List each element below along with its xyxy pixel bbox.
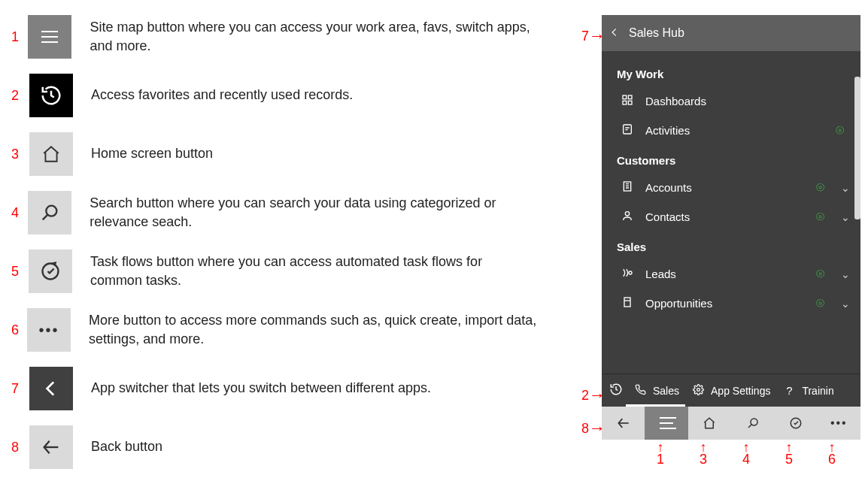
nav-label: Leads bbox=[645, 268, 806, 280]
legend-row: 5 Task flows button where you can access… bbox=[11, 250, 538, 293]
nav-label: Dashboards bbox=[645, 95, 850, 107]
callout-2: 2→ bbox=[581, 386, 605, 405]
accounts-icon bbox=[620, 180, 635, 195]
nav-item-leads[interactable]: Leads ⦾ ⌄ bbox=[602, 259, 860, 289]
legend-desc: Home screen button bbox=[91, 144, 213, 163]
app-switcher-header[interactable]: Sales Hub bbox=[602, 15, 860, 51]
area-item-appsettings[interactable]: App Settings bbox=[687, 384, 773, 398]
legend-row: 4 Search button where you can search you… bbox=[11, 191, 538, 234]
callout-1: ↑1 bbox=[657, 443, 664, 467]
callout-number: 5 bbox=[785, 452, 793, 467]
svg-point-14 bbox=[697, 388, 700, 391]
offline-icon: ⦾ bbox=[816, 181, 824, 194]
callout-number: 8 bbox=[581, 421, 589, 437]
search-icon bbox=[746, 416, 760, 430]
area-label: Sales bbox=[653, 385, 679, 397]
offline-icon: ⦾ bbox=[836, 124, 844, 137]
home-icon bbox=[703, 416, 716, 430]
chevron-down-icon[interactable]: ⌄ bbox=[841, 268, 850, 280]
legend-row: 8 Back button bbox=[11, 425, 538, 469]
legend-number: 2 bbox=[11, 88, 22, 104]
opportunities-icon bbox=[620, 296, 635, 310]
chevron-down-icon[interactable]: ⌄ bbox=[841, 182, 850, 194]
search-button[interactable] bbox=[731, 407, 774, 440]
arrow-up-icon: ↑ bbox=[785, 443, 793, 452]
phone-icon bbox=[632, 384, 648, 398]
legend-desc: Access favorites and recently used recor… bbox=[91, 86, 353, 104]
back-button[interactable] bbox=[602, 407, 645, 440]
area-item-sales[interactable]: Sales bbox=[629, 384, 682, 398]
recent-tile bbox=[29, 74, 73, 117]
area-item-training[interactable]: ? Trainin bbox=[778, 384, 836, 397]
legend-panel: 1 Site map button where you can access y… bbox=[11, 15, 538, 484]
bottom-nav-bar: ••• bbox=[602, 407, 860, 440]
scrollbar[interactable] bbox=[854, 77, 860, 219]
recent-icon[interactable] bbox=[608, 383, 624, 398]
section-title-mywork: My Work bbox=[602, 59, 860, 86]
chevron-down-icon[interactable]: ⌄ bbox=[841, 298, 850, 310]
nav-scroll-area: My Work Dashboards Activities ⦾ Customer… bbox=[602, 51, 860, 374]
arrow-up-icon: ↑ bbox=[742, 443, 750, 452]
svg-line-17 bbox=[748, 425, 752, 428]
taskflow-tile bbox=[29, 250, 72, 293]
callout-6: ↑6 bbox=[828, 443, 836, 467]
legend-row: 7 App switcher that lets you switch betw… bbox=[11, 367, 538, 410]
appswitch-tile bbox=[29, 367, 73, 410]
legend-desc: Task flows button where you can access a… bbox=[90, 253, 538, 290]
legend-number: 5 bbox=[11, 264, 21, 280]
back-tile bbox=[29, 425, 73, 469]
home-button[interactable] bbox=[688, 407, 731, 440]
nav-item-opportunities[interactable]: Opportunities ⦾ ⌄ bbox=[602, 289, 860, 318]
nav-item-activities[interactable]: Activities ⦾ bbox=[602, 116, 860, 145]
nav-item-dashboards[interactable]: Dashboards bbox=[602, 86, 860, 116]
callout-number: 1 bbox=[657, 452, 664, 467]
search-tile bbox=[28, 191, 71, 234]
legend-row: 1 Site map button where you can access y… bbox=[11, 15, 538, 59]
chevron-left-icon bbox=[609, 26, 620, 41]
bottom-callouts: ↑1 ↑3 ↑4 ↑5 ↑6 bbox=[642, 443, 867, 473]
sitemap-tile bbox=[28, 15, 71, 59]
legend-number: 7 bbox=[11, 381, 22, 397]
nav-item-accounts[interactable]: Accounts ⦾ ⌄ bbox=[602, 173, 860, 202]
section-title-customers: Customers bbox=[602, 145, 860, 173]
legend-desc: Back button bbox=[91, 437, 162, 456]
nav-item-contacts[interactable]: Contacts ⦾ ⌄ bbox=[602, 202, 860, 231]
svg-rect-12 bbox=[624, 298, 630, 307]
home-tile bbox=[29, 132, 73, 176]
recent-icon bbox=[40, 84, 62, 107]
taskflow-button[interactable] bbox=[774, 407, 817, 440]
arrow-right-icon: → bbox=[589, 419, 605, 438]
section-title-sales: Sales bbox=[602, 231, 860, 259]
legend-number: 8 bbox=[11, 440, 22, 455]
legend-row: 6 ••• More button to access more command… bbox=[11, 308, 538, 352]
activities-icon bbox=[620, 123, 635, 138]
legend-number: 3 bbox=[11, 147, 22, 162]
nav-label: Contacts bbox=[645, 210, 806, 223]
dashboard-icon bbox=[620, 94, 635, 108]
chevron-down-icon[interactable]: ⌄ bbox=[841, 211, 850, 223]
svg-rect-4 bbox=[623, 95, 627, 99]
nav-label: Accounts bbox=[645, 181, 806, 194]
search-icon bbox=[39, 202, 60, 223]
callout-number: 2 bbox=[581, 388, 589, 404]
offline-icon: ⦾ bbox=[816, 297, 824, 310]
area-label: App Settings bbox=[711, 385, 770, 397]
taskflow-icon bbox=[40, 261, 61, 282]
svg-point-10 bbox=[625, 212, 629, 216]
nav-label: Opportunities bbox=[645, 297, 806, 310]
app-title: Sales Hub bbox=[629, 26, 684, 40]
svg-rect-7 bbox=[628, 101, 632, 104]
callout-5: ↑5 bbox=[785, 443, 793, 467]
offline-icon: ⦾ bbox=[816, 210, 824, 223]
legend-desc: App switcher that lets you switch betwee… bbox=[91, 379, 431, 398]
more-button[interactable]: ••• bbox=[818, 407, 860, 440]
legend-desc: More button to access more commands such… bbox=[89, 311, 538, 349]
sitemap-button[interactable] bbox=[645, 407, 687, 440]
taskflow-icon bbox=[789, 416, 803, 430]
arrow-right-icon: → bbox=[589, 26, 605, 46]
arrow-up-icon: ↑ bbox=[657, 443, 664, 452]
callout-number: 7 bbox=[581, 29, 589, 44]
callout-7: 7→ bbox=[581, 26, 605, 46]
arrow-left-icon bbox=[616, 416, 631, 431]
callout-4: ↑4 bbox=[742, 443, 750, 467]
